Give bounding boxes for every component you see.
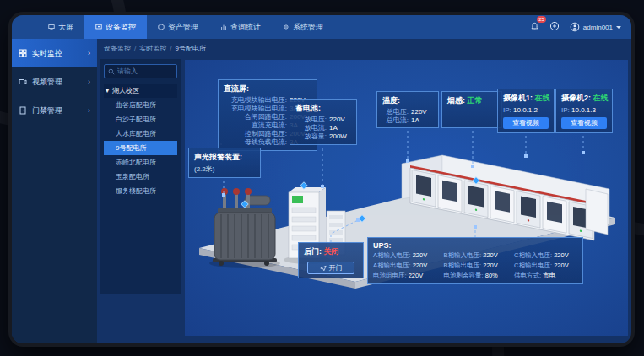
tree-root-node[interactable]: ▾ 湖大校区 [104, 84, 177, 98]
metric-label: 总电压: [382, 108, 409, 116]
tree-item-substation[interactable]: 曲谷店配电所 [104, 98, 177, 112]
tab-big-screen[interactable]: 大屏 [37, 15, 84, 39]
substation-3d-canvas[interactable]: 直流屏: 充电模块输出电压:220V 充电模块输出电流:3A 合闸回路电压:20… [185, 60, 628, 336]
tab-label: 系统管理 [293, 22, 323, 33]
asset-box-icon [158, 24, 165, 30]
tree-item-substation[interactable]: 白沙子配电所 [104, 112, 177, 127]
tab-asset-management[interactable]: 资产管理 [147, 15, 209, 39]
desktop-backdrop: 大屏 设备监控 资产管理 查询统计 系统管理 [0, 0, 644, 356]
metric-value: 220V [411, 108, 433, 116]
chevron-right-icon: › [88, 49, 90, 57]
tab-system-management[interactable]: 系统管理 [272, 15, 334, 39]
door-status: 关闭 [324, 247, 339, 256]
view-video-button[interactable]: 查看视频 [561, 117, 607, 129]
metric-label: 充电模块输出电压: [224, 96, 287, 105]
tab-label: 资产管理 [168, 22, 198, 33]
tree-item-substation[interactable]: 大水库配电所 [104, 127, 177, 141]
metric-label: A相输入电压: [373, 251, 411, 259]
camera1-panel: 摄像机1: 在线 IP: 10.0.1.2 查看视频 [497, 89, 555, 133]
notifications-button[interactable]: 25 [530, 19, 539, 35]
sidebar: 实时监控 › 视频管理 › 门禁管理 › [12, 39, 97, 343]
breadcrumb-separator: / [170, 45, 171, 52]
panel-title: 烟感: 正常 [447, 95, 496, 106]
stats-icon [220, 24, 227, 30]
back-door-panel: 后门: 关闭 开门 [298, 242, 364, 278]
alarm-height: (2.2米) [194, 165, 255, 174]
sidebar-item-realtime-monitoring[interactable]: 实时监控 › [12, 39, 97, 67]
tab-label: 设备监控 [106, 22, 136, 33]
sidebar-item-label: 实时监控 [32, 48, 62, 59]
tree-root-label: 湖大校区 [112, 86, 139, 95]
metric-value: 220V [413, 262, 428, 269]
metric-label: C相输入电压: [514, 251, 552, 259]
metric-value: 220V [409, 272, 424, 279]
panel-title: 摄像机1: 在线 [503, 93, 549, 104]
metric-value: 220V [329, 116, 351, 124]
tab-device-monitoring[interactable]: 设备监控 [84, 15, 147, 39]
tree-item-substation[interactable]: 服务楼配电所 [104, 184, 177, 198]
panel-title: 摄像机2: 在线 [561, 93, 607, 104]
sidebar-item-access-control[interactable]: 门禁管理 › [12, 96, 97, 125]
search-input[interactable] [117, 67, 173, 75]
user-menu[interactable]: admin001 [570, 22, 621, 32]
temperature-panel: 温度: 总电压:220V 总电流:1A [376, 91, 439, 128]
dashboard-icon [19, 49, 27, 57]
fullscreen-button[interactable] [549, 19, 560, 35]
tab-query-statistics[interactable]: 查询统计 [209, 15, 272, 39]
tree-search [104, 64, 177, 78]
bell-icon [530, 22, 539, 31]
tree-collapse-icon: ▾ [106, 87, 109, 94]
chevron-down-icon [616, 26, 621, 29]
door-icon [19, 106, 27, 115]
station-tree-panel: ▾ 湖大校区 曲谷店配电所 白沙子配电所 大水库配电所 9号配电所 赤峰北配电所… [100, 59, 181, 294]
tree-item-substation[interactable]: 玉泉配电所 [104, 170, 177, 184]
panel-title: 声光报警装置: [194, 152, 255, 163]
metric-value: 80% [485, 272, 498, 279]
metric-label: 充电模块输出电流: [224, 105, 287, 113]
metric-label: 放容量: [295, 132, 327, 141]
breadcrumb-part[interactable]: 设备监控 [104, 45, 131, 52]
smoke-sensor-panel: 烟感: 正常 [441, 91, 502, 128]
sidebar-item-video-management[interactable]: 视频管理 › [12, 67, 97, 96]
metric-label: 电池组电压: [373, 272, 407, 279]
metric-label: C相输出电压: [514, 262, 552, 269]
metric-label: 直流充电流: [224, 121, 287, 130]
user-avatar [570, 22, 580, 32]
sidebar-item-label: 视频管理 [32, 77, 62, 88]
tab-label: 大屏 [58, 22, 73, 33]
metric-value: 220V [483, 262, 498, 269]
metric-value: 220V [554, 262, 569, 269]
tree-item-substation-selected[interactable]: 9号配电所 [104, 141, 177, 155]
smoke-status: 正常 [468, 96, 483, 105]
search-icon [108, 68, 115, 75]
ups-panel: UPS: A相输入电压: 220V B相输入电压: 220V C相输入电压: 2… [367, 237, 583, 284]
monitor-icon [95, 24, 102, 30]
metric-value: 200W [329, 132, 351, 141]
app-window: 大屏 设备监控 资产管理 查询统计 系统管理 [12, 15, 631, 343]
open-door-icon [320, 265, 327, 272]
metric-value: 220V [483, 251, 498, 259]
top-right-cluster: 25 admin001 [530, 15, 621, 39]
metric-label: 供电方式: [514, 272, 541, 279]
metric-value: 市电 [543, 272, 555, 279]
breadcrumb-current: 9号配电所 [175, 45, 205, 52]
breadcrumb-part[interactable]: 实时监控 [139, 45, 166, 52]
fullscreen-icon [549, 21, 560, 31]
metric-label: 控制回路电压: [224, 130, 287, 138]
metric-value: 220V [413, 251, 428, 259]
open-door-button[interactable]: 开门 [307, 262, 354, 274]
tree-item-substation[interactable]: 赤峰北配电所 [104, 155, 177, 170]
camera1-status: 在线 [535, 94, 550, 102]
battery-panel: 蓄电池: 放电压:220V 放电流:1A 放容量:200W [290, 99, 357, 145]
metric-value: 1A [411, 116, 433, 125]
camera2-ip: IP: 10.0.1.3 [561, 105, 607, 115]
gear-icon [283, 24, 290, 30]
video-camera-icon [19, 78, 27, 86]
notification-badge: 25 [537, 16, 546, 23]
metric-label: 母线负载电流: [224, 138, 287, 147]
breadcrumb: 设备监控/实时监控/9号配电所 [100, 39, 206, 59]
end-cabinet [586, 189, 608, 235]
camera1-ip: IP: 10.0.1.2 [503, 105, 549, 115]
chevron-right-icon: › [88, 78, 90, 86]
view-video-button[interactable]: 查看视频 [503, 117, 549, 129]
